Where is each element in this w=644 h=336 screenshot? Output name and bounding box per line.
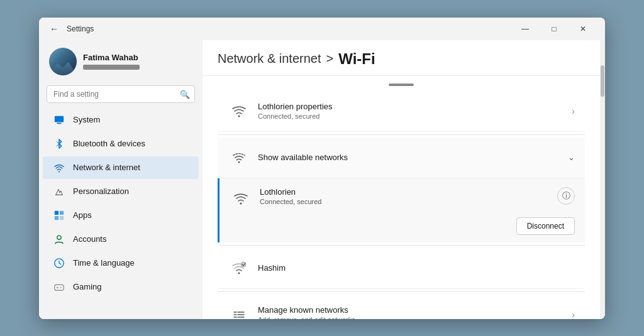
lothlorien-network-status: Connected, secured [260, 198, 557, 205]
svg-rect-0 [55, 116, 64, 122]
sidebar-label-bluetooth: Bluetooth & devices [73, 139, 145, 148]
lothlorien-network-info: Lothlorien Connected, secured [260, 187, 557, 205]
svg-point-12 [238, 161, 240, 163]
svg-point-2 [58, 171, 60, 172]
sidebar-item-apps[interactable]: Apps [43, 204, 199, 227]
wifi-connected-icon [228, 100, 250, 122]
maximize-button[interactable]: □ [540, 18, 569, 40]
disconnect-button[interactable]: Disconnect [516, 217, 575, 235]
page-header: Network & internet > Wi-Fi [203, 40, 600, 76]
info-button[interactable]: ⓘ [557, 187, 575, 205]
sidebar-item-gaming[interactable]: Gaming [43, 276, 199, 298]
sidebar-label-time: Time & language [73, 258, 135, 268]
close-button[interactable]: ✕ [569, 18, 597, 40]
manage-networks-subtitle: Add, remove, and edit networks [258, 316, 572, 319]
bluetooth-icon [53, 138, 65, 150]
svg-rect-6 [60, 215, 64, 219]
avatar-image [49, 58, 77, 75]
minimize-button[interactable]: — [511, 18, 540, 40]
svg-point-7 [57, 236, 61, 239]
svg-point-11 [238, 115, 240, 117]
lothlorien-properties-chevron: › [572, 106, 575, 116]
hashim-network-text: Hashim [258, 263, 575, 273]
hashim-network-name: Hashim [258, 263, 575, 273]
lothlorien-properties-text: Lothlorien properties Connected, secured [258, 102, 572, 120]
user-info: Fatima Wahab [83, 53, 140, 70]
manage-networks-chevron: › [572, 310, 575, 319]
network-icon [53, 161, 65, 174]
lothlorien-wifi-icon [230, 187, 252, 210]
svg-rect-9 [55, 285, 64, 290]
manage-networks-text: Manage known networks Add, remove, and e… [258, 305, 572, 319]
scroll-indicator-area [203, 76, 600, 90]
main-content: Network & internet > Wi-Fi [203, 40, 600, 319]
sidebar-item-accounts[interactable]: Accounts [43, 228, 199, 251]
sidebar-item-personalization[interactable]: Personalization [43, 180, 199, 203]
divider-2 [218, 245, 585, 246]
search-input[interactable] [47, 85, 195, 103]
sidebar-label-accounts: Accounts [73, 234, 106, 244]
sidebar-item-network[interactable]: Network & internet [43, 156, 199, 179]
hashim-wifi-icon [228, 257, 250, 279]
back-button[interactable]: ← [47, 21, 62, 36]
svg-point-15 [241, 262, 246, 267]
sidebar-label-gaming: Gaming [73, 282, 102, 291]
lothlorien-properties-item[interactable]: Lothlorien properties Connected, secured… [218, 91, 585, 132]
sidebar-item-bluetooth[interactable]: Bluetooth & devices [43, 133, 199, 155]
accounts-icon [53, 233, 65, 246]
svg-point-13 [240, 202, 242, 204]
personalization-icon [53, 185, 65, 198]
user-name: Fatima Wahab [83, 53, 140, 62]
window-title: Settings [67, 24, 511, 33]
svg-rect-1 [57, 122, 61, 124]
svg-point-10 [60, 287, 62, 288]
lothlorien-network-name: Lothlorien [260, 187, 557, 197]
sidebar-label-personalization: Personalization [73, 187, 129, 196]
window-controls: — □ ✕ [511, 18, 597, 40]
hashim-network-item[interactable]: Hashim [218, 248, 585, 289]
divider [218, 134, 585, 135]
apps-icon [53, 209, 65, 222]
manage-networks-icon [228, 303, 250, 319]
sidebar: Fatima Wahab 🔍 System [39, 40, 203, 319]
lothlorien-network-item: Lothlorien Connected, secured ⓘ [219, 178, 585, 215]
sidebar-item-time[interactable]: Time & language [43, 252, 199, 274]
manage-known-networks-item[interactable]: Manage known networks Add, remove, and e… [218, 295, 585, 319]
sidebar-label-apps: Apps [73, 210, 92, 220]
avatar [49, 48, 77, 75]
search-box: 🔍 [47, 85, 195, 103]
search-icon: 🔍 [180, 89, 190, 99]
time-icon [53, 257, 65, 269]
svg-rect-3 [55, 210, 58, 214]
show-available-chevron: ⌄ [568, 153, 575, 162]
network-expanded-section: Lothlorien Connected, secured ⓘ Disconne… [218, 178, 585, 242]
show-available-networks-section[interactable]: Show available networks ⌄ [218, 138, 585, 178]
available-networks-icon [228, 146, 250, 169]
titlebar: ← Settings — □ ✕ [39, 18, 605, 40]
svg-rect-5 [55, 215, 58, 219]
svg-point-14 [238, 272, 240, 274]
scrollbar-track[interactable] [600, 40, 605, 319]
sidebar-label-network: Network & internet [73, 163, 140, 172]
scrollbar-thumb[interactable] [601, 65, 604, 97]
divider-3 [218, 291, 585, 292]
svg-rect-4 [60, 210, 64, 214]
system-icon [53, 114, 65, 126]
show-available-label: Show available networks [258, 153, 568, 162]
main-wrapper: Network & internet > Wi-Fi [203, 40, 605, 319]
gaming-icon [53, 281, 65, 293]
settings-window: ← Settings — □ ✕ Fatima Wahab [39, 18, 605, 319]
breadcrumb-current: Wi-Fi [338, 50, 375, 68]
breadcrumb-parent: Network & internet [218, 51, 321, 66]
breadcrumb-sep: > [326, 51, 334, 66]
network-actions: ⓘ [557, 187, 575, 205]
user-section: Fatima Wahab [39, 40, 203, 83]
lothlorien-properties-subtitle: Connected, secured [258, 112, 572, 120]
sidebar-item-system[interactable]: System [43, 109, 199, 131]
lothlorien-properties-title: Lothlorien properties [258, 102, 572, 111]
sidebar-label-system: System [73, 115, 100, 124]
scroll-indicator [389, 84, 414, 86]
user-email [83, 65, 140, 70]
window-content: Fatima Wahab 🔍 System [39, 40, 605, 319]
content-section: Lothlorien properties Connected, secured… [203, 90, 600, 319]
